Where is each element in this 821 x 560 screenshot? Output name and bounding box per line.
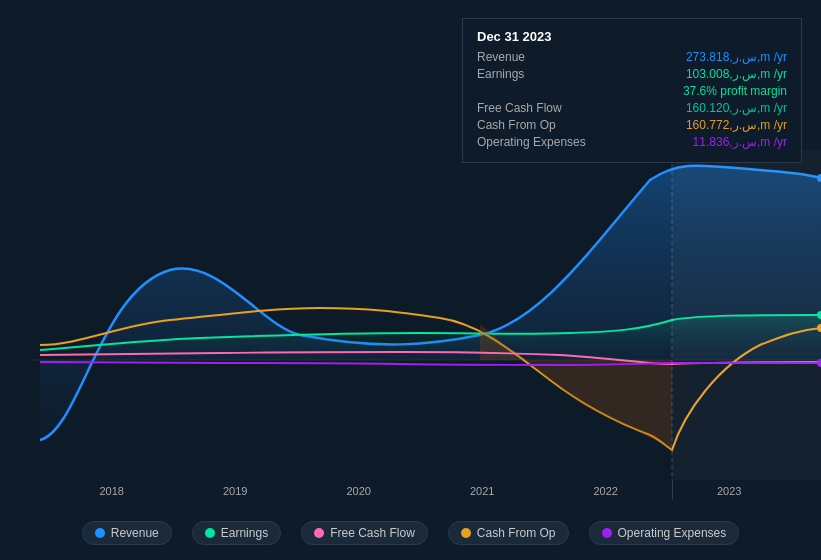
- tooltip-title: Dec 31 2023: [477, 29, 787, 44]
- legend-dot-op-expenses: [602, 528, 612, 538]
- legend-dot-earnings: [205, 528, 215, 538]
- legend-fcf[interactable]: Free Cash Flow: [301, 521, 428, 545]
- tooltip-fcf: Free Cash Flow 160.120,س.ر,m /yr: [477, 101, 787, 115]
- x-label-2023: 2023: [717, 485, 741, 497]
- legend-label-earnings: Earnings: [221, 526, 268, 540]
- x-label-2021: 2021: [470, 485, 494, 497]
- main-chart-svg: [0, 150, 821, 480]
- legend-earnings[interactable]: Earnings: [192, 521, 281, 545]
- svg-rect-7: [672, 150, 821, 480]
- tooltip-earnings: Earnings 103.008,س.ر,m /yr: [477, 67, 787, 81]
- legend-label-op-expenses: Operating Expenses: [618, 526, 727, 540]
- tooltip-cash-from-op: Cash From Op 160.772,س.ر,m /yr: [477, 118, 787, 132]
- legend-revenue[interactable]: Revenue: [82, 521, 172, 545]
- x-label-2019: 2019: [223, 485, 247, 497]
- legend-dot-cash-from-op: [461, 528, 471, 538]
- legend-dot-revenue: [95, 528, 105, 538]
- tooltip-op-expenses: Operating Expenses 11.836,س.ر,m /yr: [477, 135, 787, 149]
- x-axis-labels: 2018 2019 2020 2021 2022 2023: [0, 485, 821, 497]
- x-label-2018: 2018: [100, 485, 124, 497]
- tooltip-revenue: Revenue 273.818,س.ر,m /yr: [477, 50, 787, 64]
- legend-dot-fcf: [314, 528, 324, 538]
- legend-label-revenue: Revenue: [111, 526, 159, 540]
- chart-container: Dec 31 2023 Revenue 273.818,س.ر,m /yr Ea…: [0, 0, 821, 560]
- x-label-2020: 2020: [347, 485, 371, 497]
- tooltip-profit-margin: 37.6% profit margin: [477, 84, 787, 98]
- tooltip-box: Dec 31 2023 Revenue 273.818,س.ر,m /yr Ea…: [462, 18, 802, 163]
- legend-label-fcf: Free Cash Flow: [330, 526, 415, 540]
- chart-legend: Revenue Earnings Free Cash Flow Cash Fro…: [0, 521, 821, 545]
- legend-label-cash-from-op: Cash From Op: [477, 526, 556, 540]
- x-label-2022: 2022: [594, 485, 618, 497]
- legend-op-expenses[interactable]: Operating Expenses: [589, 521, 740, 545]
- legend-cash-from-op[interactable]: Cash From Op: [448, 521, 569, 545]
